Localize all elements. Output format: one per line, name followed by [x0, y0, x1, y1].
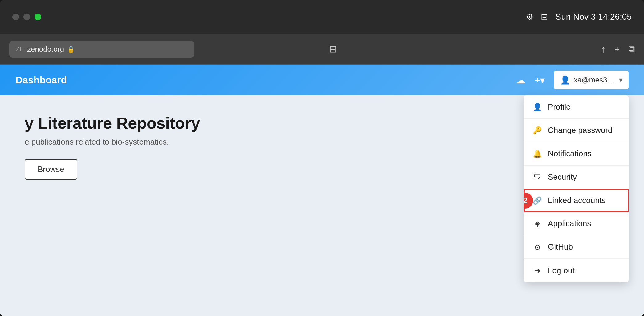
close-button[interactable]: [12, 14, 19, 20]
dropdown-item-github[interactable]: ⊙ GitHub: [524, 235, 629, 259]
user-icon: 👤: [560, 75, 570, 85]
header-right: ☁ +▾ 👤 xa@mes3.... ▾: [516, 71, 629, 89]
system-bar: ⚙ ⊟ Sun Nov 3 14:26:05: [0, 0, 644, 34]
applications-label: Applications: [548, 219, 591, 228]
minimize-button[interactable]: [23, 14, 30, 20]
dropdown-item-profile[interactable]: 👤 Profile: [524, 95, 629, 119]
share-icon[interactable]: ↑: [601, 44, 605, 54]
address-bar[interactable]: ZE zenodo.org 🔒: [9, 41, 194, 58]
upload-icon[interactable]: ☁: [516, 75, 525, 86]
notifications-label: Notifications: [548, 149, 592, 158]
user-dropdown-menu: 👤 Profile 🔑 Change password 🔔 Notificati…: [524, 95, 629, 282]
logout-label: Log out: [548, 266, 575, 275]
system-status: ⚙ ⊟ Sun Nov 3 14:26:05: [526, 12, 632, 22]
dropdown-item-logout[interactable]: ➜ Log out: [524, 259, 629, 282]
add-dropdown-btn[interactable]: +▾: [535, 75, 545, 86]
system-time: Sun Nov 3 14:26:05: [555, 12, 632, 22]
browser-controls: ↑ + ⧉: [601, 44, 635, 54]
link-icon: 🔗: [532, 196, 542, 205]
tabs-icon[interactable]: ⧉: [628, 44, 635, 54]
linked-accounts-wrapper: 2 🔗 Linked accounts: [524, 189, 629, 212]
app-header: Dashboard ☁ +▾ 👤 xa@mes3.... ▾ 👤 Profile…: [0, 65, 644, 95]
shield-icon: 🛡: [532, 173, 542, 182]
url-text: zenodo.org: [27, 45, 64, 54]
dropdown-arrow-icon: ▾: [619, 76, 622, 84]
maximize-button[interactable]: [35, 14, 41, 20]
linked-accounts-label: Linked accounts: [548, 196, 606, 205]
browse-button[interactable]: Browse: [25, 159, 77, 180]
dropdown-item-security[interactable]: 🛡 Security: [524, 166, 629, 189]
user-email: xa@mes3....: [574, 76, 615, 84]
bell-icon: 🔔: [532, 150, 542, 158]
profile-icon: 👤: [532, 103, 542, 111]
gear-icon: ⚙: [526, 12, 533, 22]
applications-icon: ◈: [532, 219, 542, 228]
github-label: GitHub: [548, 242, 573, 252]
zenodo-logo: ZE: [15, 45, 24, 53]
dropdown-item-notifications[interactable]: 🔔 Notifications: [524, 142, 629, 166]
display-icon: ⊟: [541, 12, 548, 22]
dropdown-item-change-password[interactable]: 🔑 Change password: [524, 119, 629, 142]
key-icon: 🔑: [532, 126, 542, 135]
logout-icon: ➜: [532, 266, 542, 275]
app-title: Dashboard: [15, 74, 67, 86]
tab-icon[interactable]: ⊟: [329, 44, 337, 54]
traffic-lights: [12, 14, 41, 20]
dropdown-item-linked-accounts[interactable]: 🔗 Linked accounts: [524, 189, 629, 212]
change-password-label: Change password: [548, 126, 613, 135]
lock-icon: 🔒: [67, 46, 75, 53]
security-label: Security: [548, 172, 577, 182]
window-controls: [12, 14, 41, 20]
profile-label: Profile: [548, 102, 571, 112]
user-dropdown-btn[interactable]: 👤 xa@mes3.... ▾: [554, 71, 629, 89]
dropdown-item-applications[interactable]: ◈ Applications: [524, 212, 629, 235]
app-area: Dashboard ☁ +▾ 👤 xa@mes3.... ▾ 👤 Profile…: [0, 65, 644, 316]
browser-chrome: ZE zenodo.org 🔒 ⊟ ↑ + ⧉: [0, 34, 644, 65]
new-tab-icon[interactable]: +: [614, 44, 620, 54]
github-icon: ⊙: [532, 243, 542, 251]
